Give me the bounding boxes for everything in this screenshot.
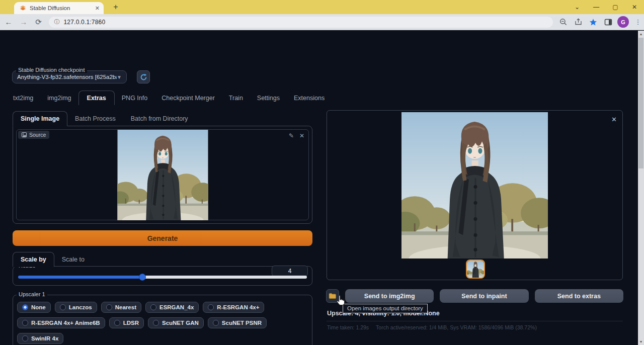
- option-label: R-ESRGAN 4x+ Anime6B: [31, 320, 100, 326]
- option-label: None: [31, 304, 46, 310]
- browser-tab[interactable]: Stable Diffusion ✕: [14, 2, 104, 14]
- back-icon[interactable]: ←: [2, 16, 15, 29]
- menu-kebab-icon[interactable]: ⋮: [632, 16, 644, 28]
- scaletab-scale-by[interactable]: Scale by: [13, 252, 54, 267]
- tab-extensions[interactable]: Extensions: [287, 91, 332, 105]
- site-favicon-icon: [20, 5, 26, 12]
- page-scrollbar[interactable]: ▲ ▼: [638, 31, 644, 345]
- radio-selected-icon[interactable]: [22, 304, 28, 310]
- source-image[interactable]: [117, 130, 208, 220]
- upscaler-1-option-swinir-4x[interactable]: SwinIR 4x: [17, 333, 63, 344]
- subtab-single-image[interactable]: Single Image: [13, 111, 67, 126]
- option-label: R-ESRGAN 4x+: [217, 304, 259, 310]
- upscaler-1-option-none[interactable]: None: [17, 302, 51, 313]
- radio-icon[interactable]: [213, 320, 219, 326]
- scroll-down-icon[interactable]: ▼: [638, 338, 644, 345]
- tab-checkpoint-merger[interactable]: Checkpoint Merger: [154, 91, 222, 105]
- tab-extras[interactable]: Extras: [78, 91, 115, 105]
- extras-sub-tabs: Single ImageBatch ProcessBatch from Dire…: [13, 111, 312, 126]
- divider: [327, 321, 623, 321]
- forward-icon[interactable]: →: [17, 16, 30, 29]
- generate-button[interactable]: Generate: [13, 230, 312, 246]
- scrollbar-thumb[interactable]: [638, 38, 643, 168]
- option-label: ESRGAN_4x: [159, 304, 194, 310]
- subtab-batch-process[interactable]: Batch Process: [67, 112, 123, 126]
- resize-fieldset: Resize 4: [13, 266, 312, 286]
- upscaler-1-option-esrgan-4x[interactable]: ESRGAN_4x: [145, 302, 199, 313]
- radio-icon[interactable]: [22, 335, 28, 341]
- checkpoint-label: Stable Diffusion checkpoint: [16, 67, 87, 73]
- radio-icon[interactable]: [60, 304, 66, 310]
- new-tab-button[interactable]: +: [110, 2, 121, 13]
- radio-icon[interactable]: [114, 320, 120, 326]
- slider-track[interactable]: [18, 276, 307, 279]
- subtab-batch-from-directory[interactable]: Batch from Directory: [123, 112, 196, 126]
- extras-left-column: Single ImageBatch ProcessBatch from Dire…: [13, 111, 312, 345]
- profile-avatar[interactable]: G: [617, 16, 629, 28]
- upscaler-1-option-ldsr[interactable]: LDSR: [109, 317, 144, 328]
- share-icon[interactable]: [572, 16, 584, 28]
- reload-icon[interactable]: ⟳: [32, 16, 45, 29]
- maximize-icon[interactable]: ▢: [606, 0, 625, 14]
- radio-icon[interactable]: [153, 320, 159, 326]
- extras-right-column: ✕ Send to img2imgSend to inpaintSend to …: [327, 110, 623, 345]
- tab-train[interactable]: Train: [222, 91, 250, 105]
- minimize-icon[interactable]: —: [587, 0, 606, 14]
- close-gallery-icon[interactable]: ✕: [611, 116, 617, 123]
- slider-handle[interactable]: [139, 274, 146, 281]
- side-panel-icon[interactable]: [602, 16, 614, 28]
- scaletab-scale-to[interactable]: Scale to: [54, 252, 92, 267]
- tab-img2img[interactable]: img2img: [40, 91, 78, 105]
- upscaler-1-option-nearest[interactable]: Nearest: [101, 302, 141, 313]
- url-bar[interactable]: ⓘ 127.0.0.1:7860: [49, 17, 553, 28]
- close-tab-icon[interactable]: ✕: [95, 5, 100, 12]
- browser-tab-title: Stable Diffusion: [30, 5, 95, 11]
- edit-image-icon[interactable]: ✎: [289, 132, 294, 139]
- tab-png-info[interactable]: PNG Info: [115, 91, 154, 105]
- scale-tabs: Scale byScale to: [13, 252, 312, 267]
- radio-icon[interactable]: [106, 304, 112, 310]
- upscaler-1-option-r-esrgan-4x[interactable]: R-ESRGAN 4x+: [203, 302, 264, 313]
- send-to-inpaint-button[interactable]: Send to inpaint: [440, 289, 528, 303]
- image-icon: [22, 132, 27, 137]
- output-gallery: ✕: [327, 110, 623, 280]
- upscaler-1-option-scunet-psnr[interactable]: ScuNET PSNR: [208, 317, 267, 328]
- upscaler-1-fieldset: Upscaler 1NoneLanczosNearestESRGAN_4xR-E…: [13, 295, 312, 345]
- radio-icon[interactable]: [22, 320, 28, 326]
- tab-txt2img[interactable]: txt2img: [6, 91, 40, 105]
- search-tabs-icon[interactable]: ⌄: [568, 0, 587, 14]
- scroll-up-icon[interactable]: ▲: [638, 31, 644, 37]
- refresh-icon: [140, 73, 147, 81]
- image-drop-area[interactable]: Source ✎ ✕: [16, 129, 309, 220]
- send-to-img2img-button[interactable]: Send to img2img: [345, 289, 434, 303]
- vram-text: Torch active/reserved: 1/4 MiB, Sys VRAM…: [376, 324, 537, 330]
- bookmark-star-icon[interactable]: [587, 16, 599, 28]
- source-image-panel: Source ✎ ✕: [13, 126, 312, 224]
- upscaler-1-option-r-esrgan-4x-anime6b[interactable]: R-ESRGAN 4x+ Anime6B: [17, 317, 105, 328]
- tab-settings[interactable]: Settings: [250, 91, 287, 105]
- time-taken-text: Time taken: 1.29s: [327, 324, 369, 330]
- send-to-extras-button[interactable]: Send to extras: [535, 289, 623, 303]
- mouse-cursor-icon: [336, 295, 345, 305]
- upscaler-groups: Upscaler 1NoneLanczosNearestESRGAN_4xR-E…: [13, 295, 312, 345]
- source-chip-label: Source: [29, 132, 46, 138]
- gallery-thumbnail-selected[interactable]: [466, 260, 485, 279]
- radio-icon[interactable]: [150, 304, 156, 310]
- option-label: ScuNET PSNR: [222, 320, 262, 326]
- clear-image-icon[interactable]: ✕: [299, 132, 304, 139]
- upscaler-1-option-lanczos[interactable]: Lanczos: [55, 302, 97, 313]
- close-window-icon[interactable]: ✕: [625, 0, 644, 14]
- thumbnail-image: [467, 261, 484, 278]
- checkpoint-dropdown[interactable]: Stable Diffusion checkpoint Anything-V3-…: [12, 70, 127, 83]
- performance-footer: Time taken: 1.29s Torch active/reserved:…: [327, 324, 537, 330]
- resize-slider[interactable]: [18, 274, 307, 280]
- upscaler-1-label: Upscaler 1: [17, 291, 47, 297]
- webui-page: Stable Diffusion checkpoint Anything-V3-…: [0, 31, 638, 345]
- site-info-icon[interactable]: ⓘ: [54, 18, 59, 26]
- upscaler-1-option-scunet-gan[interactable]: ScuNET GAN: [148, 317, 204, 328]
- zoom-icon[interactable]: [557, 16, 569, 28]
- radio-icon[interactable]: [208, 304, 214, 310]
- result-image[interactable]: [401, 112, 548, 258]
- option-label: Lanczos: [69, 304, 92, 310]
- refresh-checkpoint-button[interactable]: [137, 70, 150, 83]
